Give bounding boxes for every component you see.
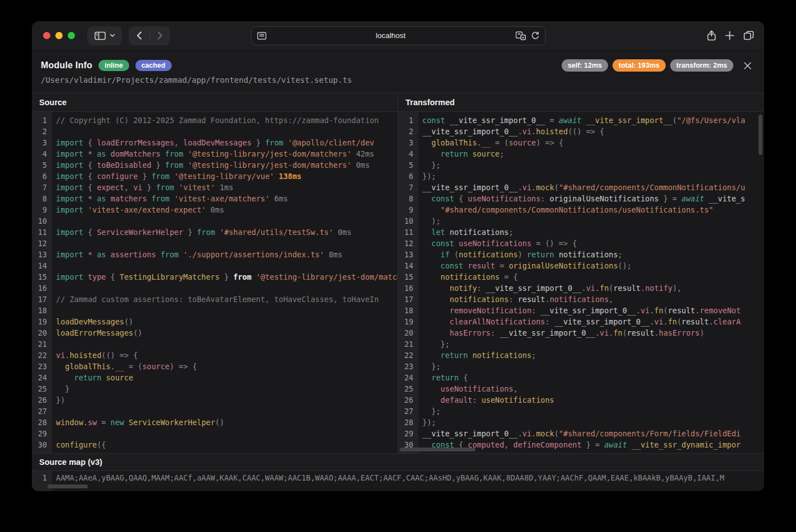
line-number: 13 [398,249,418,260]
line-number: 26 [398,394,418,406]
line-number: 4 [32,148,52,159]
line-number: 10 [398,215,418,227]
line-number: 20 [398,327,418,338]
line-number: 6 [398,171,418,182]
traffic-lights [43,32,75,39]
sidebar-toggle-button[interactable] [87,26,122,45]
code-line: 14 [32,260,398,271]
share-button[interactable] [707,30,716,41]
reload-button[interactable] [531,31,539,40]
code-line: 24 return { [398,372,764,383]
line-number: 18 [398,305,418,316]
line-number: 1 [32,115,52,126]
code-line: 14 const result = originalUseNotificatio… [398,260,764,271]
code-line: 28window.sw = new ServiceWorkerHelper() [32,417,398,428]
line-number: 7 [398,182,418,193]
address-bar[interactable]: localhost [251,26,545,45]
code-line: 7import { expect, vi } from 'vitest' 1ms [32,182,398,193]
line-number: 14 [398,260,418,271]
line-number: 6 [32,171,52,182]
code-line: 7__vite_ssr_import_0__.vi.mock("#shared/… [398,182,764,193]
line-number: 5 [32,159,52,171]
line-number: 9 [398,204,418,215]
code-line: 16 notify: __vite_ssr_import_0__.vi.fn(r… [398,283,764,294]
source-panel: Source 1// Copyright (C) 2012-2025 Zamma… [32,93,398,453]
code-line: 12 const useNotifications = () => { [398,238,764,249]
code-line: 12 [32,238,398,249]
code-line: 4 return source; [398,148,764,159]
code-line: 8import * as matchers from 'vitest-axe/m… [32,193,398,204]
new-tab-button[interactable] [725,31,734,40]
line-number: 15 [398,271,418,283]
line-number: 8 [32,193,52,204]
line-number: 8 [398,193,418,204]
line-number: 28 [32,417,52,428]
code-line: 13 if (notifications) return notificatio… [398,249,764,260]
source-code-area: 1// Copyright (C) 2012-2025 Zammad Found… [32,112,398,453]
forward-button[interactable] [150,26,170,45]
source-panel-title: Source [32,93,398,112]
self-time-badge: self: 12ms [562,59,608,72]
source-map-title: Source map (v3) [32,454,764,470]
line-number: 24 [398,372,418,383]
url-text: localhost [266,31,515,40]
horizontal-scrollbar[interactable] [48,484,88,488]
line-number: 3 [32,137,52,148]
code-line: 9 "#shared/components/CommonNotification… [398,204,764,215]
line-number: 25 [398,383,418,394]
code-line: 18 [32,305,398,316]
back-button[interactable] [129,26,149,45]
code-line: 18 removeNotification: __vite_ssr_import… [398,305,764,316]
line-number: 26 [32,394,52,406]
transform-time-badge: transform: 2ms [670,59,733,72]
line-number: 24 [32,372,52,383]
close-icon[interactable] [743,62,752,70]
code-line: 2__vite_ssr_import_0__.vi.hoisted(() => … [398,126,764,137]
code-line: 8 const { useNotifications: originalUseN… [398,193,764,204]
line-number: 21 [32,338,52,350]
code-line: 26 default: useNotifications [398,394,764,406]
inline-badge: inline [98,60,129,71]
code-line: 10 ); [398,215,764,227]
line-number: 19 [32,316,52,327]
line-number: 27 [398,406,418,417]
toolbar-right-buttons [707,30,754,41]
line-number: 15 [32,271,52,283]
horizontal-scrollbar[interactable] [400,448,475,451]
line-number: 29 [32,428,52,439]
line-number: 10 [32,215,52,227]
code-line: 1const __vite_ssr_import_0__ = await __v… [398,115,764,126]
zoom-window-button[interactable] [68,32,75,39]
line-number: 16 [398,283,418,294]
line-number: 21 [398,338,418,350]
line-number: 19 [398,316,418,327]
line-number: 20 [32,327,52,338]
code-line: 11import { ServiceWorkerHelper } from '#… [32,227,398,238]
page-format-icon[interactable] [257,32,266,40]
line-number: 11 [398,227,418,238]
vertical-scrollbar[interactable] [759,115,762,155]
transformed-panel: Transformed 1const __vite_ssr_import_0__… [398,93,764,453]
code-line: 3 globalThis.__ = (source) => { [398,137,764,148]
code-panels: Source 1// Copyright (C) 2012-2025 Zamma… [32,93,764,453]
code-line: 22vi.hoisted(() => { [32,350,398,361]
transformed-code-area: 1const __vite_ssr_import_0__ = await __v… [398,112,764,453]
cached-badge: cached [135,60,172,71]
code-line: 6}); [398,171,764,182]
line-number: 5 [398,159,418,171]
code-line: 17// Zammad custom assertions: toBeAvata… [32,294,398,305]
code-line: 19 clearAllNotifications: __vite_ssr_imp… [398,316,764,327]
total-time-badge: total: 193ms [613,59,666,72]
tab-overview-button[interactable] [743,31,754,40]
code-line: 11 let notifications; [398,227,764,238]
line-number: 11 [32,227,52,238]
minimize-window-button[interactable] [55,32,63,39]
close-window-button[interactable] [43,32,50,39]
chevron-down-icon [110,34,115,37]
line-number: 22 [32,350,52,361]
line-number: 29 [398,428,418,439]
line-number: 16 [32,283,52,294]
line-number: 1 [32,472,52,483]
code-line: 21 [32,338,398,350]
translate-icon[interactable] [515,31,526,40]
